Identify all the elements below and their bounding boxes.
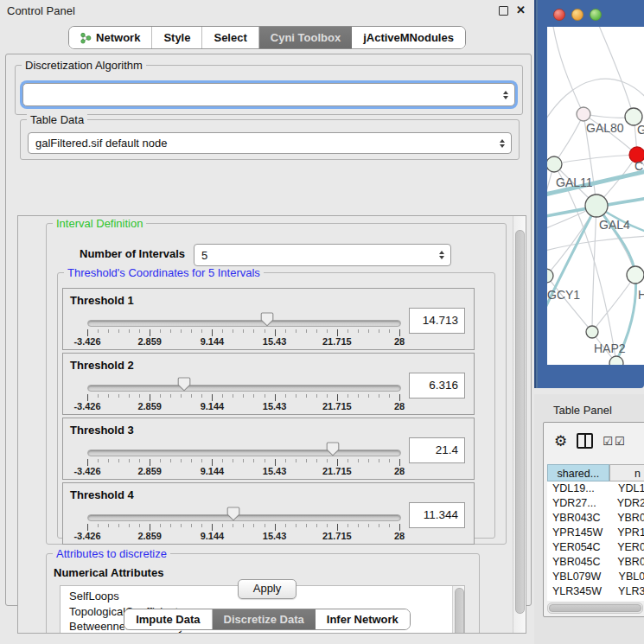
slider-scale-labels: -3.4262.8599.14415.4321.71528 (87, 531, 399, 541)
table-row[interactable]: YLR345WYLR3 (547, 584, 644, 599)
table-data-group-title: Table Data (27, 113, 87, 126)
network-edge (592, 275, 635, 332)
network-node[interactable] (577, 107, 590, 121)
threshold-slider[interactable] (87, 320, 401, 327)
number-of-intervals-label: Number of Intervals (80, 247, 185, 260)
network-edge (597, 27, 634, 117)
network-node[interactable] (627, 266, 644, 284)
table-panel: Table Panel ⚙ ☑☑ shared... n YDL19...YDL… (534, 394, 644, 644)
control-panel-title: Control Panel (0, 4, 75, 17)
tab-infer-network[interactable]: Infer Network (316, 609, 410, 629)
tab-style[interactable]: Style (152, 27, 202, 48)
threshold-value-field[interactable]: 21.4 (409, 437, 465, 463)
table-hscroll-thumb[interactable] (549, 604, 641, 612)
discretization-algorithm-group: Discretization Algorithm (15, 65, 523, 115)
network-edge (547, 276, 592, 332)
bottom-tab-bar: Impute Data Discretize Data Infer Networ… (0, 609, 534, 630)
threshold-label: Threshold 2 (70, 359, 134, 372)
node-table: shared... n YDL19...YDL1YDR27...YDR2YBR0… (547, 464, 644, 616)
stepper-icon[interactable] (495, 139, 508, 148)
tab-cyni-toolbox[interactable]: Cyni Toolbox (259, 27, 352, 48)
table-row[interactable]: YDL19...YDL1 (547, 481, 644, 496)
top-tab-bar: Network Style Select Cyni Toolbox jActiv… (0, 26, 534, 49)
slider-thumb-icon[interactable] (326, 442, 340, 456)
stepper-icon[interactable] (435, 251, 448, 259)
network-node-label: C (634, 159, 643, 173)
discretization-algorithm-group-title: Discretization Algorithm (22, 59, 146, 72)
table-row[interactable]: YBR045CYBR0 (547, 555, 644, 570)
number-of-intervals-select[interactable]: 5 (194, 244, 451, 266)
network-view-window[interactable]: GAL80GACGAL11GAL4GCY1HHAP2 (534, 0, 644, 388)
network-edge (554, 155, 637, 164)
network-node-label: H (638, 288, 644, 302)
apply-button[interactable]: Apply (238, 579, 296, 599)
threshold-panel: Threshold 1 -3.4262.8599.14415.4321.7152… (62, 288, 475, 350)
split-columns-icon[interactable] (577, 433, 593, 449)
stepper-icon[interactable] (499, 91, 512, 99)
slider-ticks (87, 394, 400, 401)
panel-scrollbar-thumb[interactable] (515, 230, 525, 614)
network-node[interactable] (547, 269, 553, 283)
threshold-value-field[interactable]: 14.713 (409, 308, 465, 334)
table-toolbar: ⚙ ☑☑ (544, 423, 644, 459)
threshold-slider[interactable] (87, 385, 401, 392)
tab-network-label: Network (96, 31, 140, 44)
slider-ticks (87, 459, 400, 466)
threshold-panel: Threshold 2 -3.4262.8599.14415.4321.7152… (62, 353, 475, 415)
tab-discretize-data[interactable]: Discretize Data (213, 609, 316, 629)
slider-thumb-icon[interactable] (226, 507, 240, 521)
tab-network[interactable]: Network (69, 27, 152, 48)
zoom-traffic-light-icon[interactable] (590, 9, 602, 21)
network-canvas[interactable]: GAL80GACGAL11GAL4GCY1HHAP2 (547, 27, 644, 365)
table-panel-title: Table Panel (553, 404, 612, 417)
number-of-intervals-value: 5 (194, 249, 435, 262)
table-row[interactable]: YBL079WYBL0 (547, 570, 644, 584)
threshold-slider[interactable] (87, 450, 401, 456)
network-node-label: GAL11 (556, 175, 593, 189)
column-header-shared-name[interactable]: shared... (547, 464, 609, 481)
slider-ticks (87, 524, 400, 531)
network-node-label: GAL80 (586, 121, 624, 135)
settings-scroll-area: Interval Definition Number of Intervals … (17, 215, 526, 634)
network-node[interactable] (547, 156, 562, 172)
close-traffic-light-icon[interactable] (553, 9, 565, 21)
tab-impute-data[interactable]: Impute Data (124, 609, 212, 629)
network-node-label: GAL4 (599, 218, 630, 232)
algorithm-select[interactable] (22, 83, 515, 106)
cyni-toolbox-panel: Discretization Algorithm Table Data galF… (5, 54, 532, 606)
slider-thumb-icon[interactable] (177, 377, 191, 392)
checkbox-icons[interactable]: ☑☑ (603, 435, 626, 448)
interval-definition-group: Interval Definition Number of Intervals … (46, 223, 507, 545)
table-row[interactable]: YER054CYER0 (547, 540, 644, 555)
network-node[interactable] (585, 194, 608, 217)
column-header-name[interactable]: n (609, 464, 644, 481)
table-row[interactable]: YBR043CYBR0 (547, 511, 644, 526)
numerical-attributes-label: Numerical Attributes (54, 566, 163, 579)
threshold-label: Threshold 4 (70, 488, 134, 501)
slider-ticks (87, 329, 400, 336)
network-node[interactable] (586, 326, 598, 338)
threshold-slider[interactable] (87, 514, 401, 521)
table-row[interactable]: YDR27...YDR2 (547, 496, 644, 511)
network-node-label: GA (637, 123, 644, 137)
float-window-icon[interactable] (499, 6, 508, 16)
table-row[interactable]: YPR145WYPR1 (547, 526, 644, 540)
network-edge (552, 27, 583, 114)
tab-jactivemnodules[interactable]: jActiveMNodules (352, 27, 465, 48)
table-data-select[interactable]: galFiltered.sif default node (28, 132, 512, 154)
control-panel-titlebar: Control Panel ✕ (0, 0, 534, 21)
table-data-group: Table Data galFiltered.sif default node (20, 119, 520, 160)
panel-scrollbar[interactable] (513, 216, 526, 633)
network-node[interactable] (609, 356, 623, 365)
threshold-value-field[interactable]: 6.316 (409, 373, 465, 399)
gear-icon[interactable]: ⚙ (554, 434, 567, 449)
table-horizontal-scrollbar[interactable] (547, 603, 643, 614)
threshold-value-field[interactable]: 11.344 (409, 502, 465, 528)
minimize-traffic-light-icon[interactable] (571, 9, 583, 21)
table-row[interactable]: YIL052CYIL0 (547, 599, 644, 601)
tab-select[interactable]: Select (202, 27, 258, 48)
interval-definition-title: Interval Definition (53, 217, 146, 230)
slider-thumb-icon[interactable] (260, 312, 274, 327)
threshold-label: Threshold 3 (70, 424, 134, 437)
close-icon[interactable]: ✕ (516, 6, 526, 15)
